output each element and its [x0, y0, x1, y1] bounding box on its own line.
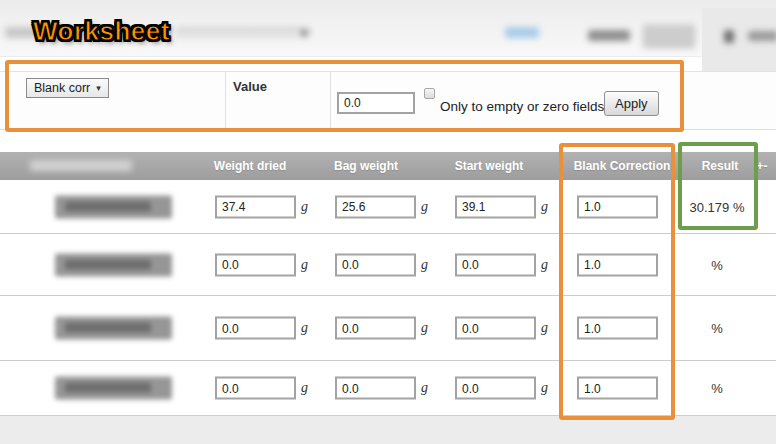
unit-label: g	[301, 320, 308, 336]
start-weight-input[interactable]	[455, 317, 536, 340]
column-header-start-weight: Start weight	[455, 159, 524, 173]
unit-label: g	[541, 380, 548, 396]
blank-correction-input[interactable]	[577, 253, 658, 276]
top-right-panel	[702, 8, 776, 71]
blank-correction-input[interactable]	[577, 377, 658, 400]
unit-label: g	[301, 380, 308, 396]
only-empty-checkbox[interactable]	[424, 88, 435, 99]
legend-label	[588, 30, 630, 41]
unit-label: g	[541, 199, 548, 215]
page-title: Worksheet	[33, 16, 170, 47]
chevron-down-icon: ▾	[96, 83, 101, 93]
column-header-bag-weight: Bag weight	[334, 159, 398, 173]
column-header-blank-correction: Blank Correction	[574, 159, 671, 173]
clear-icon[interactable]	[300, 29, 308, 37]
blurred-record-button[interactable]	[55, 317, 172, 340]
column-header-result: Result	[702, 159, 739, 173]
unit-label: g	[541, 257, 548, 273]
result-value: 30.179 %	[676, 199, 758, 214]
table-footer	[0, 415, 776, 444]
result-value: %	[676, 381, 758, 396]
unit-label: g	[541, 320, 548, 336]
top-bar: Worksheet	[0, 0, 776, 57]
bag-weight-input[interactable]	[335, 253, 416, 276]
column-header-weight-dried: Weight dried	[214, 159, 286, 173]
unit-label: g	[421, 257, 428, 273]
bag-weight-input[interactable]	[335, 317, 416, 340]
table-header: Weight dried Bag weight Start weight Bla…	[0, 152, 776, 180]
worksheet-name-input[interactable]	[175, 26, 313, 40]
unit-label: g	[421, 199, 428, 215]
weight-dried-input[interactable]	[215, 195, 296, 218]
add-remove-columns-button[interactable]: +-	[756, 159, 767, 173]
blurred-button[interactable]	[643, 25, 695, 48]
field-select-dropdown[interactable]: Blank corr ▾	[26, 78, 109, 98]
result-value: %	[676, 257, 758, 272]
table-row: g g g %	[0, 361, 776, 415]
blurred-record-button[interactable]	[55, 253, 172, 276]
result-value: %	[676, 321, 758, 336]
table-row: g g g %	[0, 296, 776, 360]
blank-correction-input[interactable]	[577, 195, 658, 218]
field-select-label: Blank corr	[34, 81, 90, 95]
blurred-icon[interactable]	[724, 30, 734, 43]
start-weight-input[interactable]	[455, 253, 536, 276]
blurred-label	[748, 31, 776, 41]
blurred-link[interactable]	[505, 27, 539, 38]
worksheet-page: Worksheet Blank corr ▾ Value Only to emp…	[0, 0, 776, 444]
unit-label: g	[301, 199, 308, 215]
value-label: Value	[233, 79, 267, 94]
blurred-sample-column-header	[30, 160, 132, 171]
unit-label: g	[421, 320, 428, 336]
unit-label: g	[301, 257, 308, 273]
bag-weight-input[interactable]	[335, 377, 416, 400]
unit-label: g	[421, 380, 428, 396]
start-weight-input[interactable]	[455, 377, 536, 400]
weight-dried-input[interactable]	[215, 253, 296, 276]
blank-correction-input[interactable]	[577, 317, 658, 340]
weight-dried-input[interactable]	[215, 377, 296, 400]
start-weight-input[interactable]	[455, 195, 536, 218]
panel-divider	[225, 72, 226, 129]
bag-weight-input[interactable]	[335, 195, 416, 218]
blurred-record-button[interactable]	[55, 195, 172, 218]
apply-button[interactable]: Apply	[604, 91, 659, 116]
weight-dried-input[interactable]	[215, 317, 296, 340]
table-row: g g g 30.179 %	[0, 180, 776, 233]
blurred-record-button[interactable]	[55, 377, 172, 400]
only-empty-label: Only to empty or zero fields	[440, 99, 604, 114]
value-input[interactable]	[337, 92, 415, 114]
panel-divider	[330, 72, 331, 129]
table-row: g g g %	[0, 234, 776, 295]
bulk-apply-panel: Blank corr ▾ Value Only to empty or zero…	[0, 71, 776, 130]
